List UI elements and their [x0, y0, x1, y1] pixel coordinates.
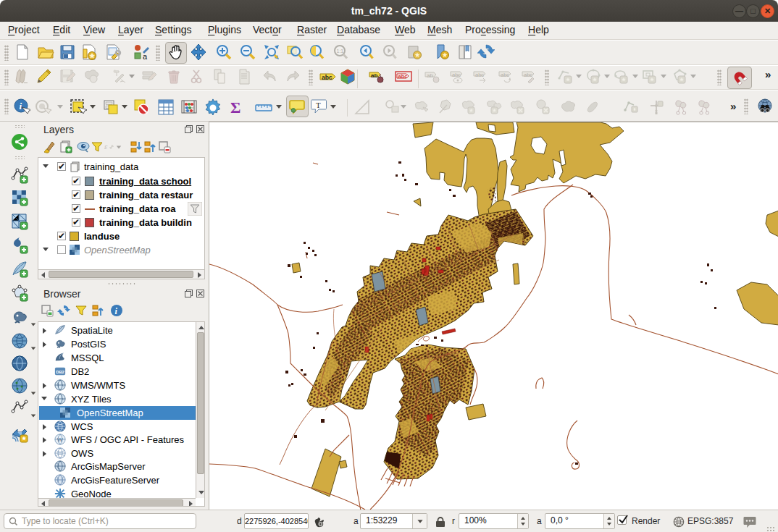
svg-text:abc: abc — [322, 74, 332, 81]
svg-text:abc: abc — [475, 72, 484, 78]
svg-text:a: a — [143, 52, 148, 61]
svg-text:ε: ε — [104, 142, 108, 151]
svg-text:abc: abc — [501, 72, 509, 78]
svg-text:ab: ab — [371, 72, 377, 79]
svg-text:DB2: DB2 — [56, 370, 64, 374]
svg-text:abc: abc — [524, 72, 532, 78]
svg-text:abc: abc — [452, 72, 461, 78]
svg-text:T: T — [316, 101, 321, 109]
svg-text:1:1: 1:1 — [337, 48, 344, 54]
svg-text:abc: abc — [398, 73, 408, 80]
svg-text:W: W — [57, 436, 63, 443]
svg-text:Σ: Σ — [230, 98, 240, 116]
svg-text:ab: ab — [427, 72, 433, 79]
svg-text:i: i — [20, 101, 22, 111]
